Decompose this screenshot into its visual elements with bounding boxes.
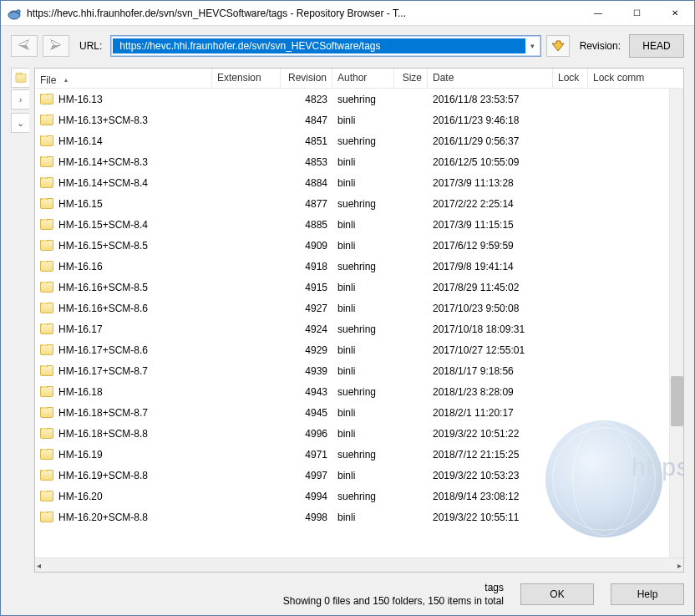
cell-date: 2017/3/9 11:15:15 <box>428 219 553 231</box>
url-text[interactable]: https://hevc.hhi.fraunhofer.de/svn/svn_H… <box>113 38 525 53</box>
column-header-revision[interactable]: Revision <box>281 69 332 88</box>
cell-revision: 4918 <box>281 261 332 272</box>
table-row[interactable]: HM-16.19+SCM-8.84997binli2019/3/22 10:53… <box>35 465 683 486</box>
cell-revision: 4877 <box>281 198 332 210</box>
cell-author: binli <box>332 240 394 252</box>
forward-button[interactable]: ⮚ <box>43 35 69 57</box>
ok-button[interactable]: OK <box>520 583 594 605</box>
close-button[interactable]: ✕ <box>656 1 694 25</box>
file-name: HM-16.18+SCM-8.8 <box>58 428 148 440</box>
sidebar-tabs: › ⌄ <box>11 68 31 573</box>
cell-date: 2017/9/8 19:41:14 <box>428 261 553 272</box>
cell-revision: 4884 <box>281 177 332 189</box>
cell-revision: 4929 <box>281 344 332 356</box>
file-name: HM-16.17 <box>58 323 103 335</box>
scrollbar-thumb[interactable] <box>671 376 683 426</box>
revision-head-button[interactable]: HEAD <box>629 34 684 58</box>
column-header-extension[interactable]: Extension <box>212 69 281 88</box>
cell-revision: 4847 <box>281 115 332 126</box>
list-header: File▴ Extension Revision Author Size Dat… <box>35 69 683 89</box>
cell-author: binli <box>332 282 394 293</box>
table-row[interactable]: HM-16.174924suehring2017/10/18 18:09:31 <box>35 318 683 339</box>
cell-date: 2017/8/29 11:45:02 <box>428 282 553 293</box>
table-row[interactable]: HM-16.184943suehring2018/1/23 8:28:09 <box>35 381 683 402</box>
sidebar-tab-bookmarks[interactable] <box>11 68 29 88</box>
scroll-left-icon[interactable]: ◂ <box>37 561 41 570</box>
horizontal-scrollbar[interactable]: ◂ ▸ <box>35 557 683 572</box>
table-row[interactable]: HM-16.14+SCM-8.34853binli2016/12/5 10:55… <box>35 151 683 172</box>
scroll-right-icon[interactable]: ▸ <box>677 561 682 570</box>
column-header-author[interactable]: Author <box>332 69 394 88</box>
table-row[interactable]: HM-16.16+SCM-8.64927binli2017/10/23 9:50… <box>35 298 683 318</box>
cell-author: suehring <box>332 94 394 105</box>
file-name: HM-16.13+SCM-8.3 <box>58 115 148 126</box>
folder-icon <box>40 219 53 230</box>
cell-author: binli <box>332 428 394 440</box>
file-name: HM-16.14+SCM-8.3 <box>58 156 148 168</box>
sidebar-expand-down[interactable]: ⌄ <box>11 113 29 133</box>
file-name: HM-16.20+SCM-8.8 <box>58 512 148 523</box>
table-row[interactable]: HM-16.164918suehring2017/9/8 19:41:14 <box>35 256 683 277</box>
cell-author: binli <box>332 177 394 189</box>
folder-icon <box>40 177 53 188</box>
table-row[interactable]: HM-16.17+SCM-8.74939binli2018/1/17 9:18:… <box>35 360 683 381</box>
table-row[interactable]: HM-16.204994suehring2018/9/14 23:08:12 <box>35 486 683 507</box>
table-row[interactable]: HM-16.17+SCM-8.64929binli2017/10/27 12:5… <box>35 339 683 360</box>
file-name: HM-16.14 <box>58 135 103 147</box>
table-row[interactable]: HM-16.13+SCM-8.34847binli2016/11/23 9:46… <box>35 109 683 130</box>
minimize-button[interactable]: — <box>579 1 617 25</box>
table-row[interactable]: HM-16.15+SCM-8.44885binli2017/3/9 11:15:… <box>35 214 683 235</box>
cell-date: 2017/10/27 12:55:01 <box>428 344 553 356</box>
table-row[interactable]: HM-16.18+SCM-8.74945binli2018/2/1 11:20:… <box>35 402 683 423</box>
go-button[interactable] <box>546 35 570 57</box>
table-row[interactable]: HM-16.16+SCM-8.54915binli2017/8/29 11:45… <box>35 277 683 298</box>
file-list-panel: File▴ Extension Revision Author Size Dat… <box>34 68 684 573</box>
cell-author: binli <box>332 407 394 419</box>
folder-icon <box>40 261 53 272</box>
back-button[interactable]: ⮘ <box>11 35 38 57</box>
table-row[interactable]: HM-16.20+SCM-8.84998binli2019/3/22 10:55… <box>35 507 683 527</box>
folder-icon <box>40 240 53 251</box>
cell-date: 2018/2/1 11:20:17 <box>428 407 553 419</box>
sidebar-expand-right[interactable]: › <box>11 89 29 109</box>
column-header-size[interactable]: Size <box>394 69 428 88</box>
table-row[interactable]: HM-16.14+SCM-8.44884binli2017/3/9 11:13:… <box>35 172 683 193</box>
cell-date: 2018/9/14 23:08:12 <box>428 491 553 502</box>
table-row[interactable]: HM-16.144851suehring2016/11/29 0:56:37 <box>35 130 683 151</box>
cell-author: binli <box>332 365 394 377</box>
cell-date: 2019/3/22 10:55:11 <box>428 512 553 523</box>
titlebar: https://hevc.hhi.fraunhofer.de/svn/svn_H… <box>1 1 694 26</box>
table-row[interactable]: HM-16.15+SCM-8.54909binli2017/6/12 9:59:… <box>35 235 683 256</box>
cell-revision: 4915 <box>281 282 332 293</box>
cell-author: binli <box>332 344 394 356</box>
maximize-button[interactable]: ☐ <box>617 1 656 25</box>
table-row[interactable]: HM-16.134823suehring2016/11/8 23:53:57 <box>35 89 683 109</box>
table-row[interactable]: HM-16.194971suehring2018/7/12 21:15:25 <box>35 444 683 465</box>
table-row[interactable]: HM-16.154877suehring2017/2/22 2:25:14 <box>35 193 683 214</box>
column-header-date[interactable]: Date <box>428 69 553 88</box>
folder-icon <box>40 491 53 501</box>
table-row[interactable]: HM-16.18+SCM-8.84996binli2019/3/22 10:51… <box>35 423 683 444</box>
column-header-lock-comment[interactable]: Lock comm <box>588 69 663 88</box>
cell-author: suehring <box>332 491 394 502</box>
help-button[interactable]: Help <box>611 583 684 605</box>
toolbar: ⮘ ⮚ URL: https://hevc.hhi.fraunhofer.de/… <box>1 26 694 64</box>
footer-summary: Showing 0 files and 150 folders, 150 ite… <box>11 594 504 608</box>
cell-revision: 4994 <box>281 491 332 502</box>
chevron-down-icon[interactable]: ▾ <box>525 42 540 50</box>
cell-author: binli <box>332 512 394 523</box>
column-header-lock[interactable]: Lock <box>553 69 588 88</box>
cell-revision: 4997 <box>281 470 332 481</box>
url-combobox[interactable]: https://hevc.hhi.fraunhofer.de/svn/svn_H… <box>110 35 540 57</box>
cell-date: 2018/7/12 21:15:25 <box>428 449 553 461</box>
folder-icon <box>40 428 53 439</box>
column-header-file[interactable]: File▴ <box>35 69 212 88</box>
cell-revision: 4998 <box>281 512 332 523</box>
cell-author: suehring <box>332 198 394 210</box>
cell-author: binli <box>332 156 394 168</box>
list-body[interactable]: HM-16.134823suehring2016/11/8 23:53:57HM… <box>35 89 683 557</box>
vertical-scrollbar[interactable] <box>669 89 683 557</box>
window-title: https://hevc.hhi.fraunhofer.de/svn/svn_H… <box>27 8 579 19</box>
cell-revision: 4909 <box>281 240 332 252</box>
cell-date: 2019/3/22 10:53:23 <box>428 470 553 481</box>
